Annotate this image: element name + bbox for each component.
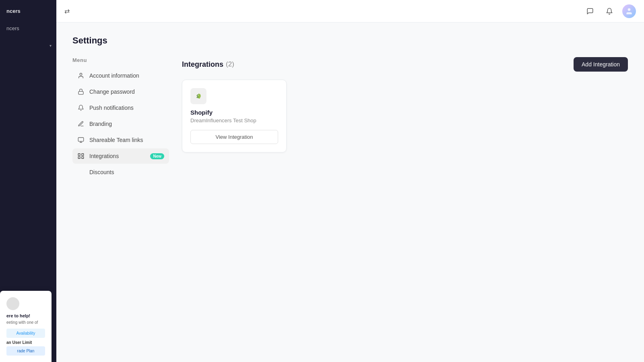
- availability-button[interactable]: Availability: [6, 329, 45, 338]
- svg-rect-9: [82, 156, 84, 158]
- menu-item-label: Discounts: [89, 169, 164, 175]
- integration-card-shopify: Shopify DreamInfluencers Test Shop View …: [182, 80, 287, 152]
- sidebar-item-shareable-team-links[interactable]: Shareable Team links: [72, 132, 169, 148]
- upgrade-plan-button[interactable]: rade Plan: [6, 346, 45, 356]
- menu-item-label: Branding: [89, 121, 164, 127]
- main-wrapper: ⇄ Settings: [56, 0, 644, 362]
- view-integration-button[interactable]: View Integration: [190, 130, 278, 144]
- menu-item-label: Shareable Team links: [89, 137, 164, 143]
- grid-icon: [77, 152, 85, 160]
- popup-title: ere to help!: [6, 313, 45, 318]
- svg-rect-6: [78, 154, 80, 156]
- settings-layout: Menu Account information: [72, 57, 628, 181]
- sidebar: ncers ncers ▾ ere to help! eeting with o…: [0, 0, 56, 362]
- menu-item-label: Account information: [89, 72, 164, 79]
- content-area: Settings Menu Account information: [56, 23, 644, 362]
- sidebar-item-discounts[interactable]: Discounts: [72, 165, 169, 180]
- sidebar-item-account-information[interactable]: Account information: [72, 68, 169, 83]
- page-title: Settings: [72, 35, 628, 46]
- integrations-header: Integrations (2) Add Integration: [182, 57, 628, 72]
- sidebar-item-push-notifications[interactable]: Push notifications: [72, 100, 169, 115]
- svg-rect-3: [78, 138, 83, 141]
- svg-point-1: [80, 73, 82, 75]
- integrations-title: Integrations (2): [182, 60, 234, 69]
- code-toggle-icon[interactable]: ⇄: [64, 7, 70, 15]
- sidebar-help-popup: ere to help! eeting with one of Availabi…: [0, 291, 52, 362]
- topbar-left: ⇄: [64, 7, 70, 15]
- svg-point-0: [628, 8, 631, 11]
- integration-name: Shopify: [190, 109, 278, 116]
- bell-small-icon: [77, 104, 85, 111]
- integration-subtitle: DreamInfluencers Test Shop: [190, 117, 278, 123]
- avatar: [6, 297, 19, 310]
- svg-rect-8: [78, 156, 80, 158]
- topbar: ⇄: [56, 0, 644, 23]
- bell-icon[interactable]: [603, 5, 616, 18]
- new-badge: New: [150, 153, 164, 159]
- integrations-title-text: Integrations: [182, 60, 223, 69]
- lock-icon: [77, 88, 85, 95]
- pencil-icon: [77, 120, 85, 128]
- plan-limit-label: an User Limit: [6, 340, 45, 345]
- shopify-logo: [190, 88, 206, 104]
- sidebar-item-branding[interactable]: Branding: [72, 116, 169, 132]
- sidebar-brand: ncers: [0, 8, 27, 22]
- chat-icon[interactable]: [584, 5, 597, 18]
- user-avatar[interactable]: [622, 4, 636, 18]
- settings-menu: Menu Account information: [72, 57, 169, 181]
- menu-item-label: Integrations: [89, 153, 145, 159]
- svg-rect-7: [82, 154, 84, 156]
- sidebar-influencers-label[interactable]: ncers: [0, 22, 26, 35]
- sidebar-item-integrations[interactable]: Integrations New: [72, 148, 169, 164]
- menu-item-label: Push notifications: [89, 105, 164, 111]
- chevron-down-icon: ▾: [50, 43, 52, 48]
- person-icon: [77, 72, 85, 79]
- integrations-count: (2): [226, 60, 234, 68]
- svg-rect-2: [78, 91, 83, 94]
- link-icon: [77, 136, 85, 144]
- add-integration-button[interactable]: Add Integration: [574, 57, 628, 72]
- popup-text: eeting with one of: [6, 320, 45, 325]
- menu-item-label: Change password: [89, 88, 164, 95]
- tag-icon: [77, 169, 85, 176]
- menu-label: Menu: [72, 57, 169, 63]
- sidebar-item-change-password[interactable]: Change password: [72, 84, 169, 99]
- integrations-panel: Integrations (2) Add Integration Sho: [182, 57, 628, 181]
- topbar-right: [584, 4, 636, 18]
